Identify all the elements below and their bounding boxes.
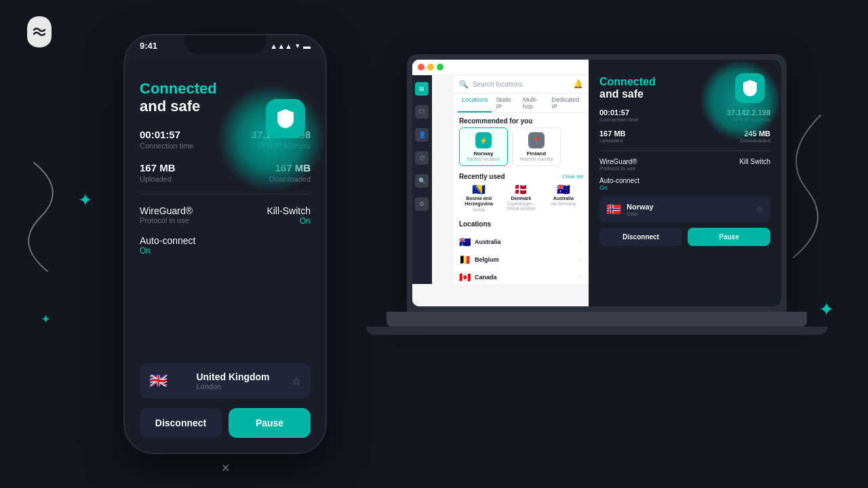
right-autoconnect-name: Auto-connect xyxy=(599,177,639,184)
maximize-dot[interactable] xyxy=(437,64,443,70)
pause-button[interactable]: Pause xyxy=(229,408,311,438)
canada-list-name: Canada xyxy=(475,274,573,281)
belgium-list-name: Belgium xyxy=(475,256,573,263)
sidebar-search-icon[interactable]: 🔍 xyxy=(415,174,429,188)
app-main-content: 🔍 Search locations 🔔 Locations Static IP… xyxy=(454,75,589,284)
right-location-info: Norway Oslo xyxy=(627,203,654,217)
belgium-star[interactable]: ☆ xyxy=(577,256,583,263)
phone-screen: Connected and safe 00:01:57 Connection t… xyxy=(125,60,326,453)
norway-icon: ⚡ xyxy=(475,132,492,148)
battery-icon: ▬ xyxy=(303,42,311,50)
favorite-star-icon[interactable]: ☆ xyxy=(292,375,301,388)
sidebar-shield-icon[interactable]: 🛡 xyxy=(415,105,429,119)
recent-item-bosnia[interactable]: 🇧🇦 Bosnia and Herzegovina Serbia xyxy=(459,183,498,212)
norway-name: Norway xyxy=(464,150,503,157)
wifi-icon: ▾ xyxy=(296,41,300,50)
laptop-foot xyxy=(366,327,827,335)
locations-list: 🇦🇺 Australia ☆ 🇧🇪 Belgium ☆ 🇨🇦 xyxy=(454,230,589,284)
tab-static-ip[interactable]: Static IP xyxy=(492,94,519,113)
rec-card-finland[interactable]: 📍 Finland Nearest country xyxy=(512,127,561,166)
norway-type: Fastest location xyxy=(464,157,503,161)
recommended-title: Recommended for you xyxy=(454,113,589,127)
upload-stat: 167 MB Uploaded xyxy=(140,162,219,183)
right-pause-button[interactable]: Pause xyxy=(688,228,770,246)
finland-name: Finland xyxy=(517,150,556,157)
brand-logo xyxy=(24,15,54,52)
laptop-device: ⊞ 🛡 👤 ⏱ 🔍 ⚙ 🔍 Search locations 🔔 xyxy=(407,54,827,335)
uk-flag: 🇬🇧 xyxy=(149,372,167,390)
app-body: ⊞ 🛡 👤 ⏱ 🔍 ⚙ 🔍 Search locations 🔔 xyxy=(412,75,589,303)
right-shield-button[interactable] xyxy=(735,73,765,103)
finland-type: Nearest country xyxy=(517,157,556,161)
tab-dedicated-ip[interactable]: Dedicated IP xyxy=(548,94,585,113)
right-favorite-star[interactable]: ☆ xyxy=(756,205,764,214)
location-info: United Kingdom London xyxy=(196,371,269,390)
laptop-base xyxy=(387,312,807,327)
canada-star[interactable]: ☆ xyxy=(577,273,583,281)
phone-action-buttons: Disconnect Pause xyxy=(140,408,311,438)
right-autoconnect-row: Auto-connect On xyxy=(599,177,770,191)
vpn-shield-button[interactable] xyxy=(266,99,305,138)
notification-icon[interactable]: 🔔 xyxy=(573,79,583,89)
list-item-canada[interactable]: 🇨🇦 Canada ☆ xyxy=(454,268,589,284)
rec-card-norway[interactable]: ⚡ Norway Fastest location xyxy=(459,127,508,166)
denmark-sub: Copenhagen - Virtual location xyxy=(501,201,540,211)
recently-header: Recently used Clear list xyxy=(454,170,589,183)
phone-status-icons: ▲▲▲ ▾ ▬ xyxy=(270,41,311,50)
window-controls xyxy=(418,64,443,70)
upload-value: 167 MB xyxy=(140,162,219,174)
disconnect-button[interactable]: Disconnect xyxy=(140,408,222,438)
connection-time-stat: 00:01:57 Connection time xyxy=(140,129,219,150)
recently-title: Recently used xyxy=(459,173,505,180)
divider-1 xyxy=(140,194,311,195)
locations-title: Locations xyxy=(454,216,589,230)
vpn-app-right-panel: Connected and safe 00:01:57 Connection t… xyxy=(589,60,781,306)
app-sidebar: ⊞ 🛡 👤 ⏱ 🔍 ⚙ xyxy=(412,75,432,284)
right-location-row[interactable]: 🇳🇴 Norway Oslo ☆ xyxy=(599,197,770,222)
sidebar-clock-icon[interactable]: ⏱ xyxy=(415,151,429,165)
norway-flag: 🇳🇴 xyxy=(606,202,621,217)
clear-list-button[interactable]: Clear list xyxy=(562,174,583,180)
autoconnect-info: Auto-connect On xyxy=(140,235,196,256)
list-item-australia[interactable]: 🇦🇺 Australia ☆ xyxy=(454,233,589,251)
phone-close-icon[interactable]: ✕ xyxy=(221,462,230,474)
phone-time: 9:41 xyxy=(140,41,157,51)
protocol-row: WireGuard® Protocol in use Kill-Switch O… xyxy=(140,205,311,226)
recent-grid: 🇧🇦 Bosnia and Herzegovina Serbia 🇩🇰 Denm… xyxy=(454,183,589,216)
sidebar-grid-icon[interactable]: ⊞ xyxy=(415,82,429,96)
minimize-dot[interactable] xyxy=(427,64,434,70)
bosnia-name: Bosnia and Herzegovina xyxy=(459,196,498,207)
australia-star[interactable]: ☆ xyxy=(577,238,583,245)
recent-item-denmark[interactable]: 🇩🇰 Denmark Copenhagen - Virtual location xyxy=(501,183,540,212)
sidebar-settings-icon[interactable]: ⚙ xyxy=(415,197,429,211)
laptop-screen: ⊞ 🛡 👤 ⏱ 🔍 ⚙ 🔍 Search locations 🔔 xyxy=(407,54,787,312)
autoconnect-name: Auto-connect xyxy=(140,235,196,246)
sidebar-user-icon[interactable]: 👤 xyxy=(415,128,429,142)
connected-text: Connected xyxy=(140,80,311,98)
australia-flag: 🇦🇺 xyxy=(544,183,583,196)
canada-list-flag: 🇨🇦 xyxy=(459,272,471,283)
right-conn-time-lbl: Connection time xyxy=(599,117,682,123)
protocol-name: WireGuard® xyxy=(140,205,193,216)
right-location-name: Norway xyxy=(627,203,654,211)
connection-time-label: Connection time xyxy=(140,142,219,150)
australia-name: Australia xyxy=(544,196,583,201)
list-item-belgium[interactable]: 🇧🇪 Belgium ☆ xyxy=(454,251,589,268)
tab-locations[interactable]: Locations xyxy=(458,94,492,113)
laptop-screen-inner: ⊞ 🛡 👤 ⏱ 🔍 ⚙ 🔍 Search locations 🔔 xyxy=(412,60,781,306)
decor-star-1: ✦ xyxy=(78,190,93,211)
location-row[interactable]: 🇬🇧 United Kingdom London ☆ xyxy=(140,363,311,399)
phone-status-bar: 9:41 ▲▲▲ ▾ ▬ xyxy=(125,41,326,51)
phone-device: 9:41 ▲▲▲ ▾ ▬ Connected and safe 00:01:57… xyxy=(123,34,327,454)
bosnia-sub: Serbia xyxy=(459,207,498,212)
close-dot[interactable] xyxy=(418,64,425,70)
australia-sub: via Germany xyxy=(544,201,583,206)
bosnia-flag: 🇧🇦 xyxy=(459,183,498,196)
search-placeholder[interactable]: Search locations xyxy=(473,81,569,88)
right-disconnect-button[interactable]: Disconnect xyxy=(599,228,682,246)
recent-item-australia[interactable]: 🇦🇺 Australia via Germany xyxy=(544,183,583,212)
protocol-label: Protocol in use xyxy=(140,216,193,224)
killswitch-value: On xyxy=(267,216,311,226)
belgium-list-flag: 🇧🇪 xyxy=(459,254,471,265)
tab-multi-hop[interactable]: Multi-hop xyxy=(519,94,548,113)
